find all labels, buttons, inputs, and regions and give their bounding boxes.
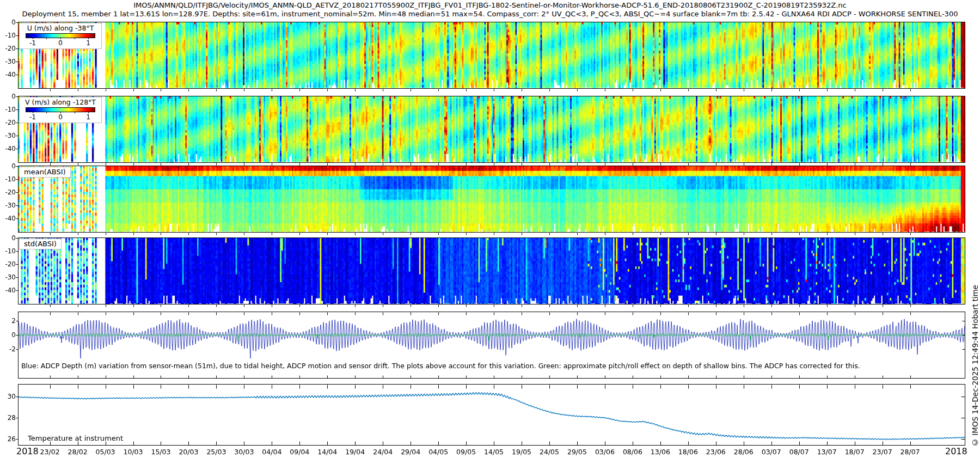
colorbar-tick-label: 0 (58, 39, 63, 47)
x-tick-label: 09/04 (284, 448, 315, 456)
figure-title: IMOS/ANMN/QLD/ITFJBG/Velocity/IMOS_ANMN-… (0, 1, 980, 9)
std-absi-label: std(ABSI) (19, 239, 62, 249)
panel-std-absi: std(ABSI) (18, 237, 965, 304)
y-tick-label: -20 (1, 188, 16, 196)
x-tick-label: 04/05 (423, 448, 454, 456)
y-tick-label: 0 (1, 93, 16, 100)
colorbar-tick-label: -1 (29, 39, 36, 47)
colorbar-tick-label: -1 (29, 113, 36, 121)
x-tick-label: 08/06 (617, 448, 648, 456)
y-tick-label: -40 (1, 71, 16, 78)
x-tick-label: 23/06 (701, 448, 731, 456)
x-tick-label: 28/06 (728, 448, 759, 456)
u-velocity-heatmap (18, 22, 965, 89)
y-tick-label: -10 (1, 106, 16, 113)
x-tick-label: 14/05 (479, 448, 509, 456)
y-tick-label: -10 (1, 32, 16, 39)
panel-mean-absi: mean(ABSI) (18, 166, 965, 233)
y-tick-label: -20 (1, 45, 16, 52)
u-legend-title: U (m/s) along -38°T (20, 24, 101, 32)
y-tick-label: 28 (1, 414, 16, 422)
y-tick-label: 30 (1, 393, 16, 400)
y-tick-label: -10 (1, 175, 16, 183)
x-tick-label: 19/05 (506, 448, 537, 456)
x-tick-label: 03/07 (756, 448, 787, 456)
u-colorbar (26, 33, 95, 39)
imos-watermark: © IMOS 14-Dec-2025 12:49:44 Hobart time (971, 285, 979, 447)
x-tick-label: 14/04 (312, 448, 342, 456)
x-tick-label: 28/07 (895, 448, 926, 456)
x-tick-label: 28/02 (63, 448, 93, 456)
v-colorbar (26, 107, 95, 113)
y-tick-label: -30 (1, 273, 16, 281)
x-tick-label: 25/03 (201, 448, 231, 456)
std-absi-heatmap (18, 237, 965, 304)
x-tick-label: 08/07 (784, 448, 814, 456)
u-colorbar-legend: U (m/s) along -38°T -1 0 1 (19, 23, 102, 49)
x-tick-label: 13/07 (812, 448, 842, 456)
v-legend-title: V (m/s) along -128°T (20, 98, 101, 106)
panel-depth-variation: Blue: ADCP Depth (m) variation from sens… (18, 312, 965, 379)
figure-subtitle: Deployment 15, member 1 lat=13.61S lon=1… (0, 10, 980, 18)
y-tick-label: -10 (1, 247, 16, 255)
x-tick-label: 24/05 (534, 448, 565, 456)
y-tick-label: -20 (1, 260, 16, 268)
mean-absi-heatmap (18, 166, 965, 233)
y-tick-label: -40 (1, 145, 16, 153)
x-tick-label: 24/04 (367, 448, 398, 456)
temperature-label: Temperature at instrument (28, 434, 123, 442)
y-tick-label: -20 (1, 119, 16, 126)
x-tick-label: 23/02 (35, 448, 65, 456)
x-tick-label: 03/06 (590, 448, 620, 456)
u-colorbar-ticks: -1 0 1 (20, 39, 101, 47)
x-tick-label: 19/04 (340, 448, 370, 456)
y-tick-label: -2 (1, 345, 16, 353)
y-tick-label: 2 (1, 317, 16, 325)
y-tick-label: 0 (1, 162, 16, 170)
panel-u-velocity: U (m/s) along -38°T -1 0 1 (18, 22, 965, 89)
x-tick-label: 18/07 (840, 448, 870, 456)
mean-absi-label: mean(ABSI) (19, 167, 71, 178)
y-tick-label: 0 (1, 19, 16, 26)
x-tick-label: 30/03 (229, 448, 259, 456)
y-tick-label: 0 (1, 234, 16, 242)
depth-variation-caption: Blue: ADCP Depth (m) variation from sens… (21, 362, 860, 370)
x-tick-label: 04/04 (256, 448, 287, 456)
v-colorbar-ticks: -1 0 1 (20, 113, 101, 121)
x-tick-label: 09/05 (451, 448, 481, 456)
colorbar-tick-label: 1 (86, 113, 90, 121)
colorbar-tick-label: 0 (58, 113, 63, 121)
panel-v-velocity: V (m/s) along -128°T -1 0 1 (18, 96, 965, 163)
x-tick-label: 29/05 (562, 448, 592, 456)
temperature-plot (18, 384, 965, 446)
x-tick-label: 20/03 (173, 448, 204, 456)
x-tick-label: 05/03 (90, 448, 121, 456)
y-tick-label: -30 (1, 132, 16, 139)
x-tick-label: 23/07 (867, 448, 898, 456)
year-label-end: 2018 (945, 446, 967, 456)
x-tick-label: 10/03 (118, 448, 149, 456)
x-tick-label: 13/06 (645, 448, 676, 456)
x-tick-label: 15/03 (145, 448, 176, 456)
v-velocity-heatmap (18, 96, 965, 163)
y-tick-label: 26 (1, 435, 16, 443)
y-tick-label: -30 (1, 58, 16, 65)
y-tick-label: -30 (1, 202, 16, 209)
y-tick-label: -40 (1, 287, 16, 294)
panel-temperature: Temperature at instrument (18, 384, 965, 446)
y-tick-label: -40 (1, 215, 16, 222)
colorbar-tick-label: 1 (86, 39, 90, 47)
x-tick-label: 18/06 (673, 448, 703, 456)
v-colorbar-legend: V (m/s) along -128°T -1 0 1 (19, 97, 102, 123)
y-tick-label: 0 (1, 331, 16, 339)
x-tick-label: 29/04 (395, 448, 426, 456)
adcp-figure: IMOS/ANMN/QLD/ITFJBG/Velocity/IMOS_ANMN-… (0, 0, 980, 463)
